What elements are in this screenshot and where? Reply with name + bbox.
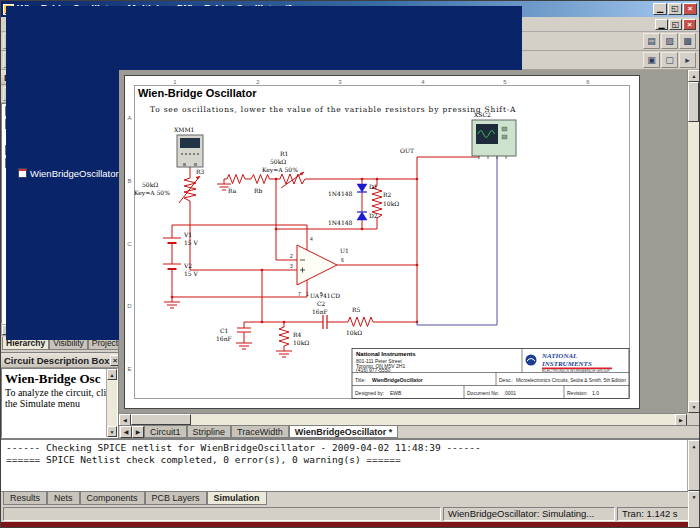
description-heading: Wien-Bridge Osc bbox=[5, 371, 114, 387]
status-transient-time: Tran: 1.142 s bbox=[617, 507, 697, 521]
sheet-tab[interactable]: Stripline bbox=[187, 426, 232, 438]
status-simulating: WienBridgeOscillator: Simulating... bbox=[443, 507, 615, 521]
r2-value: 10kΩ bbox=[383, 200, 399, 207]
breadboard-icon[interactable]: ▢ bbox=[661, 52, 678, 68]
tb-doc-label: Document No: bbox=[467, 390, 499, 396]
spreadsheet-tab[interactable]: PCB Layers bbox=[145, 492, 207, 505]
v2-ref: V2 bbox=[183, 262, 192, 269]
ruler-letter: C bbox=[127, 241, 132, 247]
tb-desc-value: Microelectronics Circuits, Sedra & Smith… bbox=[516, 377, 626, 383]
ruler-letter: D bbox=[127, 303, 132, 309]
description-line: the Simulate menu bbox=[5, 398, 114, 409]
d1-value: 1N4148 bbox=[328, 190, 353, 197]
ni-eagle-logo bbox=[526, 355, 537, 366]
schematic-subtitle: To see oscillations, lower the value of … bbox=[150, 105, 516, 114]
description-content: Wien-Bridge Osc To analyze the circuit, … bbox=[1, 368, 118, 438]
mdi-minimize-button[interactable]: ▁ bbox=[655, 19, 668, 30]
spreadsheet-tab[interactable]: Simulation bbox=[207, 492, 267, 505]
tb-phone: (416) 977-5550 bbox=[356, 367, 390, 373]
spreadsheet-tab[interactable]: Nets bbox=[47, 492, 80, 505]
xsc2-label: XSC2 bbox=[474, 111, 491, 118]
tab-scroll-right-icon[interactable]: ▶ bbox=[132, 426, 144, 438]
scroll-left-icon[interactable]: ◀ bbox=[119, 414, 131, 425]
canvas-horizontal-scrollbar[interactable]: ◀ ▶ bbox=[119, 413, 687, 425]
multisim-window: WienBridgeOscillator - Multisim - [WienB… bbox=[0, 0, 700, 528]
pin-5: 5 bbox=[320, 291, 323, 297]
minimize-button[interactable]: ▁ bbox=[653, 3, 667, 15]
c2-ref: C2 bbox=[317, 300, 326, 307]
spreadsheet-tab[interactable]: Components bbox=[80, 492, 145, 505]
screen-edge-strip bbox=[1, 522, 699, 528]
more-toolbar-icon[interactable]: ▸ bbox=[679, 52, 696, 68]
pin-6: 6 bbox=[341, 257, 344, 263]
description-scrollbar[interactable]: ▲ ▼ bbox=[106, 369, 117, 437]
title-block: National Instruments 801-111 Peter Stree… bbox=[352, 349, 629, 399]
schematic-workspace[interactable]: 1 2 3 4 5 6 A B C D E bbox=[119, 70, 699, 425]
xmm1-label: XMM1 bbox=[174, 126, 194, 133]
status-empty-panel bbox=[3, 507, 441, 521]
status-bar: WienBridgeOscillator: Simulating... Tran… bbox=[1, 505, 699, 522]
d2-value: 1N4148 bbox=[328, 219, 353, 226]
graph-icon[interactable]: ▤ bbox=[643, 33, 660, 49]
v1-ref: V1 bbox=[183, 231, 192, 238]
close-button[interactable]: × bbox=[683, 3, 697, 15]
rb-label: Rb bbox=[254, 187, 263, 194]
sheet-icon bbox=[18, 168, 27, 178]
d1-ref: D1 bbox=[369, 183, 378, 190]
tab-scroll-left-icon[interactable]: ◀ bbox=[120, 426, 132, 438]
ni-logo-line2: INSTRUMENTS bbox=[541, 360, 592, 368]
tb-designed-label: Designed by: bbox=[355, 390, 384, 396]
design-tree: cuit1 Circuit1 ipline Stripline bbox=[1, 103, 118, 324]
r1-key: Key=A 50% bbox=[262, 166, 298, 174]
ruler-letter: A bbox=[127, 115, 131, 121]
tb-designed-value: EWB bbox=[390, 390, 402, 396]
mcu-toolbar-icon[interactable]: ▣ bbox=[643, 52, 660, 68]
ni-logo-line1: NATIONAL bbox=[541, 352, 577, 360]
mdi-close-button[interactable]: × bbox=[683, 19, 696, 30]
pin-1: 1 bbox=[306, 291, 309, 297]
r4-ref: R4 bbox=[293, 331, 302, 338]
tb-company: National Instruments bbox=[356, 351, 416, 357]
sheet-tab[interactable]: WienBridgeOscillator * bbox=[289, 426, 398, 438]
customize-icon[interactable]: ▩ bbox=[679, 33, 696, 49]
spreadsheet-tab[interactable]: Results bbox=[3, 492, 47, 505]
out-net-label: OUT bbox=[400, 147, 414, 154]
scroll-down-icon[interactable]: ▼ bbox=[688, 491, 700, 528]
opamp-ref: U1 bbox=[340, 247, 349, 254]
oscilloscope-xsc2[interactable] bbox=[472, 120, 516, 159]
scrollbar-corner bbox=[687, 413, 699, 425]
scroll-up-icon[interactable]: ▲ bbox=[688, 70, 699, 82]
description-line: To analyze the circuit, click bbox=[5, 387, 114, 398]
tb-rev-value: 1.0 bbox=[592, 390, 599, 396]
ra-label: Ra bbox=[228, 187, 237, 194]
sheet-tab[interactable]: TraceWidth bbox=[231, 426, 289, 438]
schematic-sheet[interactable]: 1 2 3 4 5 6 A B C D E bbox=[124, 75, 640, 409]
scrollbar-thumb[interactable] bbox=[688, 82, 699, 122]
mdi-restore-button[interactable]: ◱ bbox=[669, 19, 682, 30]
log-line: ====== SPICE Netlist check completed, 0 … bbox=[6, 454, 685, 466]
scroll-up-icon[interactable]: ▲ bbox=[107, 369, 117, 380]
tb-rev-label: Revision: bbox=[567, 390, 588, 396]
r2-ref: R2 bbox=[383, 191, 392, 198]
scrollbar-thumb[interactable] bbox=[131, 414, 191, 425]
multimeter-xmm1[interactable] bbox=[177, 135, 203, 167]
tree-item[interactable]: WienBridgeOscillator bbox=[6, 103, 118, 324]
tb-doc-value: 0001 bbox=[505, 390, 516, 396]
r3-key: Key=A 50% bbox=[134, 189, 170, 197]
tb-title-value: WienBridgeOscillator bbox=[372, 377, 423, 383]
log-scrollbar[interactable]: ▲ ▼ bbox=[687, 440, 699, 491]
c1-value: 16nF bbox=[216, 335, 232, 342]
scroll-down-icon[interactable]: ▼ bbox=[688, 401, 699, 413]
spreadsheet-tab-bar: ResultsNetsComponentsPCB LayersSimulatio… bbox=[1, 491, 699, 505]
close-icon[interactable]: × bbox=[110, 355, 118, 366]
r5-value: 10kΩ bbox=[346, 329, 362, 336]
pin-7: 7 bbox=[298, 291, 301, 297]
scroll-down-icon[interactable]: ▼ bbox=[107, 426, 117, 437]
scroll-up-icon[interactable]: ▲ bbox=[688, 440, 700, 491]
canvas-vertical-scrollbar[interactable]: ▲ ▼ bbox=[687, 70, 699, 413]
postprocessor-icon[interactable]: ▨ bbox=[661, 33, 678, 49]
tb-title-label: Title: bbox=[355, 377, 366, 383]
sheet-tab[interactable]: Circuit1 bbox=[144, 426, 187, 438]
scroll-right-icon[interactable]: ▶ bbox=[675, 414, 687, 425]
restore-button[interactable]: ◱ bbox=[668, 3, 682, 15]
